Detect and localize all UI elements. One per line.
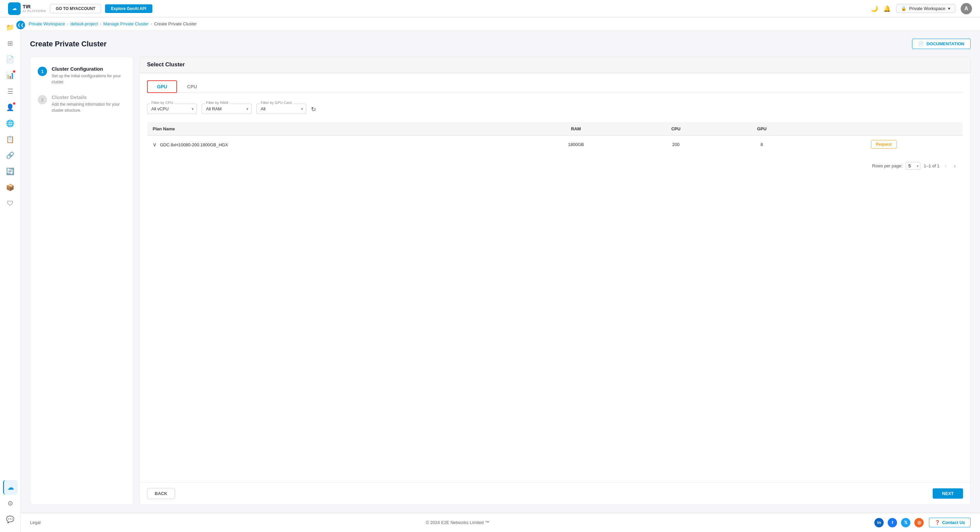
step-2-number: 2 bbox=[38, 95, 47, 104]
facebook-icon[interactable]: f bbox=[888, 518, 897, 527]
next-button[interactable]: NEXT bbox=[933, 488, 963, 499]
twitter-icon[interactable]: 𝕏 bbox=[901, 518, 910, 527]
content-row: 1 Cluster Configuration Set up the initi… bbox=[30, 56, 970, 505]
request-button[interactable]: Request bbox=[871, 140, 897, 149]
filter-ram-select-wrap: All RAM ▾ bbox=[202, 104, 252, 114]
col-action bbox=[805, 122, 963, 136]
sidebar-item-network[interactable]: 🌐 bbox=[3, 116, 18, 131]
sidebar-item-table[interactable]: 📋 bbox=[3, 132, 18, 147]
logo-subtitle: AI PLATFORM bbox=[23, 10, 46, 13]
sync-icon: 🔄 bbox=[6, 167, 14, 175]
users-badge bbox=[13, 102, 16, 105]
table-row: ∨ GDC.8xH10080-200.1800GB_HGX 1800GB 200… bbox=[147, 136, 963, 153]
sidebar-item-docs[interactable]: 📄 bbox=[3, 52, 18, 67]
sidebar-item-links[interactable]: 🔗 bbox=[3, 148, 18, 162]
chevron-down-icon: ▾ bbox=[948, 6, 950, 11]
panel-actions: BACK NEXT bbox=[140, 482, 970, 504]
explore-genai-button[interactable]: Explore GenAI API bbox=[105, 4, 152, 13]
notifications-button[interactable]: 🔔 bbox=[883, 5, 891, 12]
table-header-row: Plan Name RAM CPU GPU bbox=[147, 122, 963, 136]
rows-per-page-wrapper: 5 10 25 ▾ bbox=[906, 162, 920, 170]
copyright: © 2024 E2E Networks Limited ™ bbox=[41, 520, 875, 525]
main-content: Private Workspace › default-project › Ma… bbox=[21, 18, 980, 532]
avatar[interactable]: A bbox=[961, 3, 972, 14]
sidebar-bottom: ⚙ 💬 bbox=[3, 496, 18, 529]
sidebar-item-cloud[interactable]: ☁ bbox=[3, 480, 18, 495]
filter-gpu-wrapper: Filter by GPU Card All ▾ bbox=[256, 104, 306, 114]
help-icon: 💬 bbox=[6, 515, 14, 523]
nav-left: ☁ TIR AI PLATFORM GO TO MYACCOUNT Explor… bbox=[8, 2, 152, 15]
sidebar-item-sync[interactable]: 🔄 bbox=[3, 164, 18, 179]
logo-text: TIR AI PLATFORM bbox=[23, 4, 46, 13]
expand-row-button[interactable]: ∨ bbox=[153, 141, 157, 148]
sidebar-item-settings[interactable]: ⚙ bbox=[3, 496, 18, 511]
rows-per-page-select[interactable]: 5 10 25 bbox=[906, 162, 920, 170]
step-2-title: Cluster Details bbox=[52, 94, 126, 100]
layout: ❮❮ 📁 ⊞ 📄 📊 ☰ 👤 🌐 📋 🔗 🔄 bbox=[0, 18, 980, 532]
linkedin-icon[interactable]: in bbox=[874, 518, 884, 527]
monitor-badge bbox=[13, 70, 16, 73]
breadcrumb-manage-private-cluster[interactable]: Manage Private Cluster bbox=[103, 21, 149, 26]
dark-mode-toggle[interactable]: 🌙 bbox=[871, 5, 878, 12]
table-icon: 📋 bbox=[6, 135, 14, 143]
prev-page-button[interactable]: ‹ bbox=[943, 162, 948, 170]
panel-body: GPU CPU Filter by CPU All vCPU bbox=[140, 73, 970, 482]
sidebar-item-dashboard[interactable]: ⊞ bbox=[3, 36, 18, 51]
filter-cpu-label: Filter by CPU bbox=[150, 101, 174, 105]
sidebar-toggle-button[interactable]: ❮❮ bbox=[16, 21, 25, 29]
go-to-myaccount-button[interactable]: GO TO MYACCOUNT bbox=[50, 4, 101, 13]
nav-right: 🌙 🔔 🔒 Private Workspace ▾ A bbox=[871, 3, 972, 14]
sidebar-item-security[interactable]: 🛡 bbox=[3, 196, 18, 211]
filters-row: Filter by CPU All vCPU ▾ Filter by RAM bbox=[147, 104, 963, 114]
cloud-icon: ☁ bbox=[7, 483, 14, 491]
sidebar-item-files[interactable]: 📁 bbox=[3, 20, 18, 35]
breadcrumb-default-project[interactable]: default-project bbox=[70, 21, 98, 26]
sidebar-item-users[interactable]: 👤 bbox=[3, 100, 18, 115]
workspace-icon: 🔒 bbox=[901, 6, 906, 11]
cell-cpu: 200 bbox=[633, 136, 719, 153]
refresh-button[interactable]: ↻ bbox=[311, 106, 316, 113]
legal-link[interactable]: Legal bbox=[30, 520, 41, 525]
documentation-button[interactable]: 📄 DOCUMENTATION bbox=[912, 39, 970, 49]
sidebar-item-list[interactable]: ☰ bbox=[3, 84, 18, 99]
top-navigation: ☁ TIR AI PLATFORM GO TO MYACCOUNT Explor… bbox=[0, 0, 980, 18]
sidebar-item-packages[interactable]: 📦 bbox=[3, 180, 18, 195]
contact-us-button[interactable]: ❓ Contact Us bbox=[929, 518, 970, 527]
logo: ☁ TIR AI PLATFORM bbox=[8, 2, 46, 15]
step-1-desc: Set up the initial configurations for yo… bbox=[52, 73, 126, 85]
package-icon: 📦 bbox=[6, 183, 14, 191]
page-header: Create Private Cluster 📄 DOCUMENTATION bbox=[30, 39, 970, 49]
link-icon: 🔗 bbox=[6, 151, 14, 159]
filter-cpu-select[interactable]: All vCPU bbox=[147, 104, 197, 114]
sidebar-item-monitor[interactable]: 📊 bbox=[3, 68, 18, 83]
col-cpu: CPU bbox=[633, 122, 719, 136]
step-1: 1 Cluster Configuration Set up the initi… bbox=[38, 66, 126, 85]
step-2: 2 Cluster Details Add the remaining info… bbox=[38, 94, 126, 113]
doc-icon: 📄 bbox=[918, 41, 924, 46]
filter-cpu-select-wrap: All vCPU ▾ bbox=[147, 104, 197, 114]
col-gpu: GPU bbox=[719, 122, 805, 136]
step-2-desc: Add the remaining information for your c… bbox=[52, 101, 126, 113]
step-1-title: Cluster Configuration bbox=[52, 66, 126, 72]
cell-ram: 1800GB bbox=[519, 136, 633, 153]
filter-gpu-select-wrap: All ▾ bbox=[256, 104, 306, 114]
footer-right: in f 𝕏 ◎ ❓ Contact Us bbox=[874, 518, 970, 527]
back-button[interactable]: BACK bbox=[147, 488, 175, 499]
tab-cpu[interactable]: CPU bbox=[177, 80, 207, 93]
next-page-button[interactable]: › bbox=[952, 162, 958, 170]
breadcrumb-private-workspace[interactable]: Private Workspace bbox=[29, 21, 65, 26]
contact-icon: ❓ bbox=[935, 520, 940, 525]
col-ram: RAM bbox=[519, 122, 633, 136]
filter-cpu-wrapper: Filter by CPU All vCPU ▾ bbox=[147, 104, 197, 114]
filter-ram-select[interactable]: All RAM bbox=[202, 104, 252, 114]
select-cluster-panel: Select Cluster GPU CPU Filter by CPU bbox=[139, 56, 970, 505]
workspace-selector[interactable]: 🔒 Private Workspace ▾ bbox=[896, 4, 955, 13]
sidebar-item-help[interactable]: 💬 bbox=[3, 512, 18, 527]
step-1-info: Cluster Configuration Set up the initial… bbox=[52, 66, 126, 85]
rss-icon[interactable]: ◎ bbox=[914, 518, 924, 527]
panel-header: Select Cluster bbox=[140, 57, 970, 73]
tab-gpu[interactable]: GPU bbox=[147, 80, 177, 93]
filter-gpu-select[interactable]: All bbox=[256, 104, 306, 114]
cell-action: Request bbox=[805, 136, 963, 153]
cell-plan-name: ∨ GDC.8xH10080-200.1800GB_HGX bbox=[147, 136, 519, 153]
